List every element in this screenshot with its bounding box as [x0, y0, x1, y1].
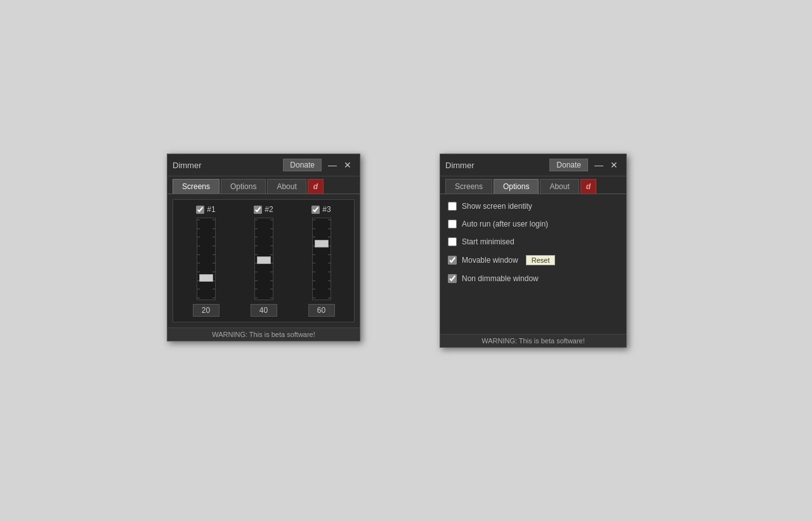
screen-2-label: #2	[265, 205, 273, 214]
screen-2-column: #2	[236, 205, 291, 317]
start-minimised-label: Start minimised	[462, 237, 514, 246]
tab-options-about[interactable]: About	[540, 179, 579, 194]
screens-close-button[interactable]: ✕	[341, 158, 355, 172]
screen-2-slider-track[interactable]	[254, 218, 273, 300]
tick	[197, 272, 215, 272]
movable-window-checkbox[interactable]	[448, 256, 457, 265]
non-dimmable-window-checkbox[interactable]	[448, 274, 457, 283]
show-screen-identity-label: Show screen identity	[462, 202, 532, 211]
screen-1-label: #1	[207, 205, 215, 214]
tick	[255, 237, 273, 237]
tick	[255, 298, 273, 298]
tab-screens-about[interactable]: About	[267, 179, 306, 194]
screen-3-slider-track[interactable]	[312, 218, 331, 300]
screen-3-checkbox[interactable]	[311, 206, 320, 214]
tab-screens-options[interactable]: Options	[221, 179, 266, 194]
tick	[255, 228, 273, 229]
screen-1-tick-marks	[197, 218, 215, 300]
screen-1-header: #1	[196, 205, 215, 214]
show-screen-identity-checkbox[interactable]	[448, 202, 457, 211]
tick	[197, 220, 215, 220]
screen-2-checkbox[interactable]	[254, 206, 262, 214]
tick	[313, 263, 331, 263]
tick	[197, 237, 215, 237]
screens-minimize-button[interactable]: —	[325, 158, 339, 172]
tick	[313, 289, 331, 289]
screen-2-value: 40	[251, 304, 277, 317]
reset-button[interactable]: Reset	[526, 255, 556, 265]
screens-tabs: Screens Options About d	[167, 176, 360, 194]
desktop: Dimmer Donate — ✕ Screens Options About …	[0, 0, 812, 521]
tick	[255, 289, 273, 289]
options-close-button[interactable]: ✕	[607, 158, 621, 172]
tick	[255, 220, 273, 220]
movable-window-label: Movable window	[462, 256, 518, 265]
screens-status-bar: WARNING: This is beta software!	[167, 327, 360, 341]
screen-3-label: #3	[322, 205, 331, 214]
tab-options-screens[interactable]: Screens	[445, 179, 492, 194]
screen-1-slider-thumb[interactable]	[199, 274, 213, 282]
options-status-bar: WARNING: This is beta software!	[440, 334, 626, 347]
screen-2-slider-thumb[interactable]	[257, 256, 271, 264]
auto-run-checkbox[interactable]	[448, 220, 457, 228]
screens-window-controls: — ✕	[325, 158, 355, 172]
tick	[255, 280, 273, 281]
screen-1-column: #1	[178, 205, 233, 317]
tab-screens-d[interactable]: d	[308, 179, 324, 194]
screen-1-slider-track[interactable]	[197, 218, 216, 300]
options-window-controls: — ✕	[592, 158, 621, 172]
option-movable-window: Movable window Reset	[448, 255, 619, 265]
tick	[255, 272, 273, 272]
tick	[313, 298, 331, 298]
options-title-bar: Dimmer Donate — ✕	[440, 154, 626, 176]
non-dimmable-window-label: Non dimmable window	[462, 274, 539, 283]
tab-options-options[interactable]: Options	[494, 179, 539, 194]
screen-2-header: #2	[254, 205, 273, 214]
screen-3-value: 60	[308, 304, 335, 317]
auto-run-label: Auto run (after user login)	[462, 220, 548, 228]
tick	[197, 298, 215, 298]
options-tabs: Screens Options About d	[440, 176, 626, 194]
screen-3-header: #3	[311, 205, 331, 214]
screens-grid: #1	[173, 199, 355, 322]
start-minimised-checkbox[interactable]	[448, 237, 457, 246]
screen-3-tick-marks	[313, 218, 331, 300]
screen-3-column: #3	[294, 205, 349, 317]
options-window: Dimmer Donate — ✕ Screens Options About …	[440, 154, 627, 348]
tick	[313, 237, 331, 237]
option-show-screen-identity: Show screen identity	[448, 202, 619, 211]
options-donate-button[interactable]: Donate	[549, 159, 588, 171]
tick	[197, 254, 215, 255]
tick	[313, 220, 331, 220]
tick	[255, 254, 273, 255]
option-auto-run: Auto run (after user login)	[448, 220, 619, 228]
screen-1-checkbox[interactable]	[196, 206, 204, 214]
tick	[255, 246, 273, 246]
tick	[197, 263, 215, 263]
screen-1-value: 20	[193, 304, 219, 317]
options-minimize-button[interactable]: —	[592, 158, 606, 172]
tick	[313, 228, 331, 229]
option-non-dimmable-window: Non dimmable window	[448, 274, 619, 283]
tick	[313, 280, 331, 281]
tick	[313, 254, 331, 255]
screens-window-title: Dimmer	[173, 161, 279, 170]
options-content: Show screen identity Auto run (after use…	[440, 194, 626, 334]
tick	[197, 289, 215, 289]
screens-window: Dimmer Donate — ✕ Screens Options About …	[167, 154, 360, 341]
option-start-minimised: Start minimised	[448, 237, 619, 246]
tick	[197, 246, 215, 246]
screens-title-bar: Dimmer Donate — ✕	[167, 154, 360, 176]
tick	[313, 272, 331, 272]
tab-screens-screens[interactable]: Screens	[173, 179, 219, 194]
screens-content: #1	[167, 194, 360, 327]
tick	[197, 228, 215, 229]
options-window-title: Dimmer	[445, 161, 546, 170]
screen-3-slider-thumb[interactable]	[315, 240, 329, 247]
tab-options-d[interactable]: d	[580, 179, 596, 194]
screens-donate-button[interactable]: Donate	[283, 159, 322, 171]
